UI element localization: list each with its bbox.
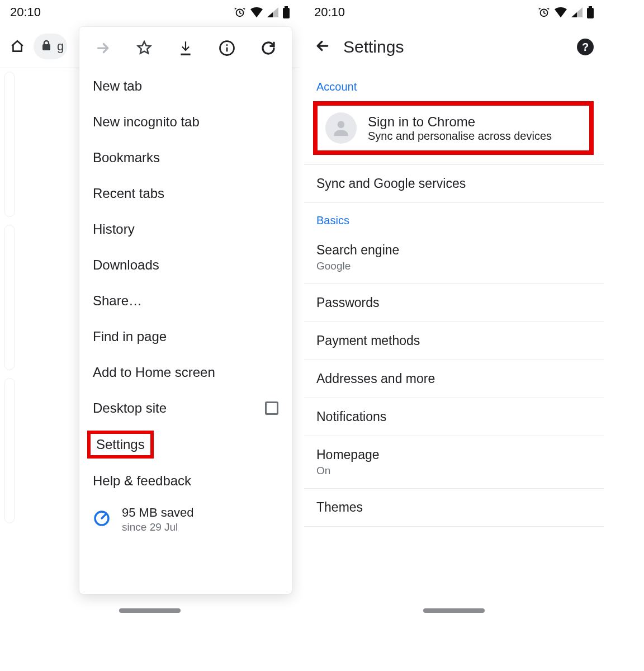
info-icon[interactable] — [217, 38, 237, 58]
desktop-site-checkbox[interactable] — [265, 401, 278, 415]
reload-icon[interactable] — [258, 38, 278, 58]
alarm-icon — [234, 6, 246, 18]
wifi-icon — [555, 7, 567, 18]
back-icon[interactable] — [314, 37, 331, 56]
row-notifications[interactable]: Notifications — [304, 398, 604, 436]
nav-gesture-bar — [423, 608, 485, 613]
svg-rect-4 — [181, 54, 190, 55]
nav-gesture-bar — [119, 608, 181, 613]
help-icon[interactable]: ? — [577, 39, 594, 55]
svg-rect-10 — [587, 8, 594, 18]
signal-icon — [267, 7, 278, 17]
menu-item-share[interactable]: Share… — [79, 283, 292, 319]
menu-item-add-to-home[interactable]: Add to Home screen — [79, 355, 292, 390]
status-time: 20:10 — [314, 5, 345, 20]
section-basics-label: Basics — [304, 203, 604, 231]
menu-item-find-in-page[interactable]: Find in page — [79, 319, 292, 355]
row-search-engine[interactable]: Search engine Google — [304, 231, 604, 284]
menu-item-downloads[interactable]: Downloads — [79, 247, 292, 283]
menu-item-history[interactable]: History — [79, 211, 292, 247]
row-sync-services[interactable]: Sync and Google services — [304, 165, 604, 203]
menu-item-help-feedback[interactable]: Help & feedback — [79, 463, 292, 499]
lock-icon — [41, 40, 51, 53]
url-bar[interactable]: g — [34, 34, 67, 59]
home-icon[interactable] — [8, 39, 27, 54]
phone-right: 20:10 Settings ? Account — [304, 0, 604, 597]
svg-point-7 — [226, 44, 228, 46]
menu-item-new-tab[interactable]: New tab — [79, 68, 292, 104]
row-passwords[interactable]: Passwords — [304, 284, 604, 322]
sign-in-title: Sign in to Chrome — [368, 114, 552, 130]
url-text: g — [57, 39, 64, 54]
settings-title: Settings — [343, 37, 565, 56]
svg-rect-1 — [283, 8, 290, 18]
row-addresses[interactable]: Addresses and more — [304, 360, 604, 398]
status-bar: 20:10 — [304, 0, 604, 25]
section-account-label: Account — [304, 69, 604, 98]
data-saved-amount: 95 MB saved — [122, 505, 193, 520]
row-homepage[interactable]: Homepage On — [304, 436, 604, 489]
overflow-menu: New tab New incognito tab Bookmarks Rece… — [79, 27, 292, 594]
alarm-icon — [538, 6, 550, 18]
menu-item-settings[interactable]: Settings — [87, 431, 154, 459]
data-saved-since: since 29 Jul — [122, 521, 193, 533]
download-icon[interactable] — [176, 38, 196, 58]
menu-item-incognito[interactable]: New incognito tab — [79, 104, 292, 140]
settings-appbar: Settings ? — [304, 25, 604, 69]
svg-rect-2 — [285, 6, 288, 8]
wifi-icon — [250, 7, 263, 18]
bookmark-star-icon[interactable] — [134, 38, 154, 58]
row-payment-methods[interactable]: Payment methods — [304, 322, 604, 360]
menu-item-desktop-site[interactable]: Desktop site — [79, 390, 292, 426]
svg-point-12 — [338, 121, 345, 128]
svg-rect-3 — [42, 44, 50, 50]
sign-in-sub: Sync and personalise across devices — [368, 130, 552, 143]
menu-item-recent-tabs[interactable]: Recent tabs — [79, 176, 292, 211]
battery-icon — [587, 6, 594, 18]
forward-icon[interactable] — [93, 38, 113, 58]
battery-icon — [283, 6, 290, 18]
avatar-placeholder-icon — [325, 112, 357, 144]
signal-icon — [571, 7, 583, 17]
row-themes[interactable]: Themes — [304, 489, 604, 527]
status-bar: 20:10 — [0, 0, 300, 25]
sign-in-row[interactable]: Sign in to Chrome Sync and personalise a… — [313, 101, 594, 155]
background-cards — [4, 72, 15, 531]
status-time: 20:10 — [10, 5, 41, 20]
svg-rect-11 — [589, 6, 592, 8]
phone-left: 20:10 g — [0, 0, 300, 597]
menu-item-bookmarks[interactable]: Bookmarks — [79, 140, 292, 176]
data-saver-icon — [93, 509, 111, 530]
data-saved-row[interactable]: 95 MB saved since 29 Jul — [79, 499, 292, 533]
